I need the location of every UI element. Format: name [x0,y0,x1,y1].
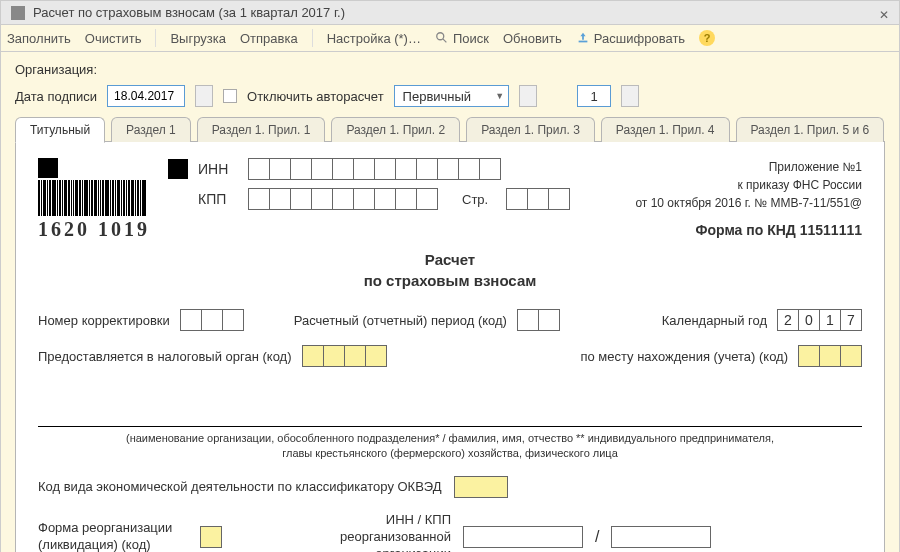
decrypt-button[interactable]: Расшифровать [576,31,685,46]
tabs: Титульный Раздел 1 Раздел 1. Прил. 1 Раз… [15,117,885,142]
period-label: Расчетный (отчетный) период (код) [294,313,507,328]
window-titlebar: Расчет по страховым взносам (за 1 кварта… [0,0,900,24]
kpp-cells[interactable] [248,188,438,210]
app-icon [11,6,25,20]
toolbar: Заполнить Очистить Выгрузка Отправка Нас… [0,24,900,52]
tax-office-label: Предоставляется в налоговый орган (код) [38,349,292,364]
search-button[interactable]: Поиск [435,31,489,46]
window-title: Расчет по страховым взносам (за 1 кварта… [33,5,345,20]
org-name-line[interactable] [38,409,862,427]
year-label: Календарный год [662,313,767,328]
doc-type-value: Первичный [403,89,472,104]
tab-title[interactable]: Титульный [15,117,105,143]
reorg-code-cell[interactable] [200,526,222,548]
year-cells[interactable]: 2017 [777,309,862,331]
autocalc-checkbox[interactable] [223,89,237,103]
date-picker-button[interactable] [195,85,213,107]
slash: / [595,528,599,546]
page-cells[interactable] [506,188,570,210]
tab-section-1-app-1[interactable]: Раздел 1. Прил. 1 [197,117,326,142]
barcode-number: 1620 1019 [38,218,150,241]
form-title: Расчет по страховым взносам [38,249,862,291]
tab-section-1-app-2[interactable]: Раздел 1. Прил. 2 [331,117,460,142]
tab-section-1-app-5-6[interactable]: Раздел 1. Прил. 5 и 6 [736,117,885,142]
barcode: 1620 1019 [38,158,150,241]
correction-cells[interactable] [180,309,244,331]
period-cells[interactable] [517,309,560,331]
autocalc-label: Отключить авторасчет [247,89,384,104]
tab-section-1-app-4[interactable]: Раздел 1. Прил. 4 [601,117,730,142]
separator [312,29,313,47]
page-label: Стр. [462,192,488,207]
okved-input[interactable] [454,476,508,498]
kpp-label: КПП [198,191,238,207]
fill-button[interactable]: Заполнить [7,31,71,46]
svg-rect-2 [578,41,587,43]
svg-line-1 [443,39,447,43]
close-icon[interactable]: ✕ [879,8,889,18]
place-label: по месту нахождения (учета) (код) [580,349,788,364]
doc-type-action-button[interactable] [519,85,537,107]
doc-type-dropdown[interactable]: Первичный ▼ [394,85,509,107]
tax-office-cells[interactable] [302,345,387,367]
sign-date-label: Дата подписи [15,89,97,104]
clear-button[interactable]: Очистить [85,31,142,46]
separator [155,29,156,47]
inn-cells[interactable] [248,158,501,180]
sign-date-input[interactable] [107,85,185,107]
inn-label: ИНН [198,161,238,177]
search-icon [435,31,449,45]
tab-section-1-app-3[interactable]: Раздел 1. Прил. 3 [466,117,595,142]
order-reference: Приложение №1 к приказу ФНС России от 10… [612,158,862,241]
help-icon[interactable]: ? [699,30,715,46]
send-button[interactable]: Отправка [240,31,298,46]
marker-square [168,159,188,179]
settings-button[interactable]: Настройка (*)… [327,31,421,46]
correction-number-box[interactable]: 1 [577,85,611,107]
org-label: Организация: [15,62,885,77]
export-button[interactable]: Выгрузка [170,31,226,46]
reorg-inn-kpp-label: ИНН / КПП реорганизованной организации [276,512,451,552]
correction-label: Номер корректировки [38,313,170,328]
decrypt-label: Расшифровать [594,31,685,46]
search-label: Поиск [453,31,489,46]
form-panel: 1620 1019 ИНН КПП Стр. [15,141,885,552]
reorg-inn-input[interactable] [463,526,583,548]
svg-point-0 [437,33,444,40]
org-name-note: (наименование организации, обособленного… [38,431,862,462]
tab-section-1[interactable]: Раздел 1 [111,117,191,142]
chevron-down-icon: ▼ [495,91,504,101]
refresh-button[interactable]: Обновить [503,31,562,46]
correction-action-button[interactable] [621,85,639,107]
decrypt-icon [576,31,590,45]
place-cells[interactable] [798,345,862,367]
reorg-form-label: Форма реорганизации (ликвидация) (код) [38,520,188,552]
okved-label: Код вида экономической деятельности по к… [38,479,442,494]
knd-code: Форма по КНД 11511111 [612,220,862,241]
reorg-kpp-input[interactable] [611,526,711,548]
